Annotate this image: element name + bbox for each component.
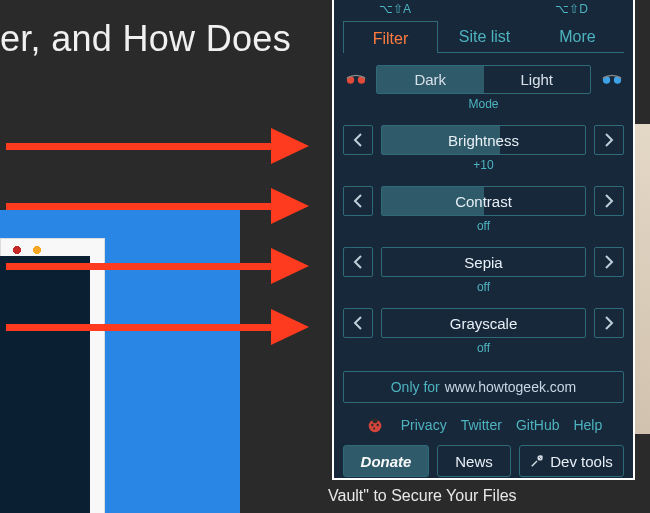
tab-more[interactable]: More xyxy=(531,20,624,52)
link-twitter[interactable]: Twitter xyxy=(461,417,502,433)
link-github[interactable]: GitHub xyxy=(516,417,560,433)
sepia-value: off xyxy=(343,280,624,294)
svg-point-6 xyxy=(371,424,373,426)
wrench-icon xyxy=(530,454,544,468)
donate-button[interactable]: Donate xyxy=(343,445,429,477)
brightness-decrease[interactable] xyxy=(343,125,373,155)
svg-point-7 xyxy=(376,424,378,426)
shortcut-left: ⌥⇧A xyxy=(379,2,411,16)
contrast-slider[interactable]: Contrast xyxy=(381,186,586,216)
only-for-prefix: Only for xyxy=(391,379,440,395)
tab-bar: Filter Site list More xyxy=(343,20,624,53)
news-button[interactable]: News xyxy=(437,445,511,477)
goggles-right-icon[interactable] xyxy=(599,67,624,92)
link-privacy[interactable]: Privacy xyxy=(401,417,447,433)
contrast-increase[interactable] xyxy=(594,186,624,216)
svg-point-8 xyxy=(373,428,375,430)
contrast-label: Contrast xyxy=(455,193,512,210)
background-article-title: er, and How Does xyxy=(0,18,291,60)
darkreader-panel: ⌥⇧A ⌥⇧D Filter Site list More Dark Light… xyxy=(334,0,633,478)
grayscale-slider[interactable]: Grayscale xyxy=(381,308,586,338)
contrast-value: off xyxy=(343,219,624,233)
only-for-site-button[interactable]: Only for www.howtogeek.com xyxy=(343,371,624,403)
sepia-increase[interactable] xyxy=(594,247,624,277)
sepia-decrease[interactable] xyxy=(343,247,373,277)
tab-site-list[interactable]: Site list xyxy=(438,20,531,52)
tab-filter[interactable]: Filter xyxy=(343,21,438,53)
sepia-label: Sepia xyxy=(464,254,502,271)
background-vault-caption: Vault" to Secure Your Files xyxy=(328,487,517,505)
goggles-left-icon[interactable] xyxy=(343,67,368,92)
brightness-value: +10 xyxy=(343,158,624,172)
mode-light-button[interactable]: Light xyxy=(484,66,591,93)
sepia-slider[interactable]: Sepia xyxy=(381,247,586,277)
brightness-slider[interactable]: Brightness xyxy=(381,125,586,155)
grayscale-label: Grayscale xyxy=(450,315,518,332)
link-help[interactable]: Help xyxy=(573,417,602,433)
grayscale-increase[interactable] xyxy=(594,308,624,338)
mode-dark-button[interactable]: Dark xyxy=(377,66,484,93)
shortcut-right: ⌥⇧D xyxy=(555,2,588,16)
mode-toggle: Dark Light xyxy=(376,65,591,94)
devtools-label: Dev tools xyxy=(550,453,613,470)
devtools-button[interactable]: Dev tools xyxy=(519,445,624,477)
brightness-increase[interactable] xyxy=(594,125,624,155)
svg-point-5 xyxy=(372,418,377,423)
background-side-preview xyxy=(633,124,650,434)
grayscale-value: off xyxy=(343,341,624,355)
contrast-decrease[interactable] xyxy=(343,186,373,216)
mode-label: Mode xyxy=(343,97,624,111)
ladybug-icon xyxy=(365,415,385,435)
only-for-domain: www.howtogeek.com xyxy=(445,379,577,395)
grayscale-decrease[interactable] xyxy=(343,308,373,338)
brightness-label: Brightness xyxy=(448,132,519,149)
